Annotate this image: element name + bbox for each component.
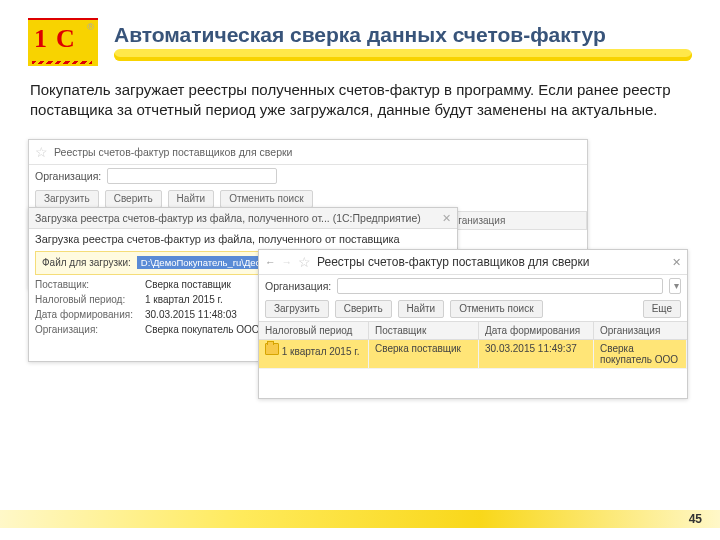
front-window-title: Реестры счетов-фактур поставщиков для св… [317,255,590,269]
dialog-close-icon[interactable]: ✕ [442,212,451,224]
slide-body-text: Покупатель загружает реестры полученных … [28,80,692,121]
screenshot-stage: ☆ Реестры счетов-фактур поставщиков для … [28,139,692,419]
kv-date-k: Дата формирования: [35,309,145,320]
star-icon: ☆ [35,144,48,160]
logo-1c: 1C® [28,18,98,66]
title-underline [114,49,692,61]
table-row[interactable]: 1 квартал 2015 г. Сверка поставщик 30.03… [259,340,687,369]
slide-title: Автоматическая сверка данных счетов-факт… [114,23,692,47]
cancel-find-button[interactable]: Отменить поиск [450,300,542,318]
cancel-find-button[interactable]: Отменить поиск [220,190,312,208]
star-icon: ☆ [298,254,311,270]
back-window-title: Реестры счетов-фактур поставщиков для св… [54,146,292,158]
org-select[interactable] [107,168,277,184]
org-dropdown-icon[interactable]: ▾ [669,278,681,294]
back-arrow-icon[interactable]: ← [265,256,276,268]
load-button[interactable]: Загрузить [265,300,329,318]
check-button[interactable]: Сверить [335,300,392,318]
front-registry-window: ← → ☆ Реестры счетов-фактур поставщиков … [258,249,688,399]
col-period: Налоговый период [259,322,369,339]
kv-period-v: 1 квартал 2015 г. [145,294,223,305]
cell-date: 30.03.2015 11:49:37 [479,340,594,369]
org-select[interactable] [337,278,663,294]
kv-supplier-k: Поставщик: [35,279,145,290]
col-supplier: Поставщик [369,322,479,339]
find-button[interactable]: Найти [168,190,215,208]
kv-supplier-v: Сверка поставщик [145,279,231,290]
page-number: 45 [689,512,702,526]
check-button[interactable]: Сверить [105,190,162,208]
cell-supplier: Сверка поставщик [369,340,479,369]
col-org: Организация [439,212,587,229]
dialog-title: Загрузка реестра счетов-фактур из файла,… [29,229,457,249]
find-button[interactable]: Найти [398,300,445,318]
kv-org-v: Сверка покупатель ООО [145,324,260,335]
dialog-window-caption: Загрузка реестра счетов-фактур из файла,… [35,212,421,224]
kv-org-k: Организация: [35,324,145,335]
fwd-arrow-icon[interactable]: → [282,256,293,268]
folder-icon [265,343,279,355]
kv-period-k: Налоговый период: [35,294,145,305]
kv-date-v: 30.03.2015 11:48:03 [145,309,237,320]
file-label: Файл для загрузки: [42,257,131,268]
load-button[interactable]: Загрузить [35,190,99,208]
col-date: Дата формирования [479,322,594,339]
org-label: Организация: [35,170,101,182]
footer-brush [0,510,720,528]
more-button[interactable]: Еще [643,300,681,318]
cell-period: 1 квартал 2015 г. [282,346,360,357]
org-label: Организация: [265,280,331,292]
cell-org: Сверка покупатель ООО [594,340,687,369]
close-icon[interactable]: ✕ [672,256,681,268]
col-org: Организация [594,322,687,339]
